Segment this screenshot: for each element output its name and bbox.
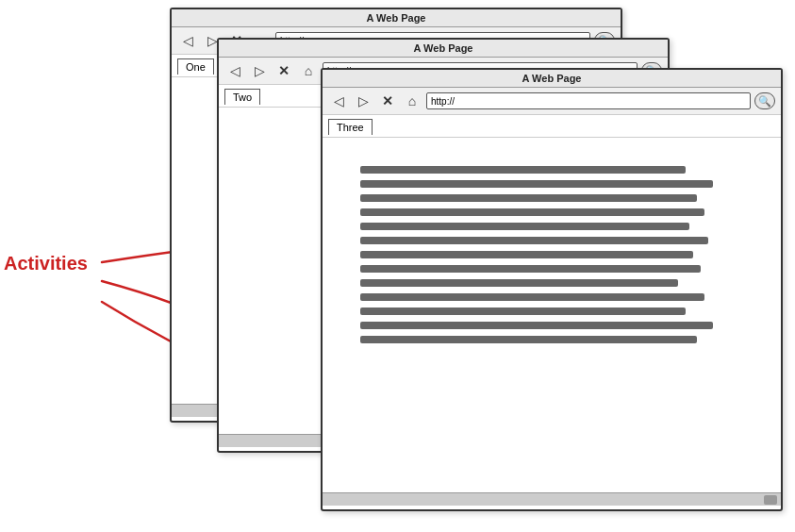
- home-btn-3[interactable]: ⌂: [402, 91, 422, 110]
- text-line: [360, 223, 689, 230]
- text-line: [360, 293, 704, 301]
- titlebar-1: A Web Page: [172, 9, 621, 27]
- tab-one[interactable]: One: [177, 58, 214, 75]
- titlebar-3: A Web Page: [323, 70, 781, 88]
- text-content-3: [323, 138, 781, 369]
- text-line: [360, 166, 686, 174]
- text-line: [360, 208, 704, 216]
- text-line: [360, 251, 693, 258]
- forward-btn-2[interactable]: ▷: [249, 61, 270, 80]
- text-line: [360, 336, 697, 343]
- scene: A Web Page ◁ ▷ ✕ ⌂ 🔍 One A Web Page ◁ ▷ …: [0, 0, 795, 532]
- content-3: [323, 138, 781, 506]
- tab-three[interactable]: Three: [328, 119, 373, 135]
- home-btn-2[interactable]: ⌂: [298, 61, 319, 80]
- text-line: [360, 265, 701, 273]
- activities-label: Activities: [4, 253, 88, 274]
- back-btn-3[interactable]: ◁: [328, 91, 349, 110]
- back-btn-1[interactable]: ◁: [177, 31, 198, 50]
- toolbar-3: ◁ ▷ ✕ ⌂ 🔍: [323, 88, 781, 115]
- text-line: [360, 322, 713, 329]
- tab-area-3: Three: [323, 115, 781, 138]
- forward-btn-3[interactable]: ▷: [353, 91, 373, 110]
- scrollbar-3: [323, 492, 781, 506]
- close-btn-2[interactable]: ✕: [273, 61, 294, 80]
- close-btn-3[interactable]: ✕: [377, 91, 398, 110]
- text-line: [360, 180, 713, 188]
- text-line: [360, 194, 697, 202]
- tab-two[interactable]: Two: [224, 89, 260, 105]
- titlebar-2: A Web Page: [219, 40, 668, 58]
- text-line: [360, 308, 686, 315]
- text-line: [360, 279, 678, 287]
- text-line: [360, 237, 708, 244]
- scrollbar-handle-3: [764, 495, 777, 505]
- back-btn-2[interactable]: ◁: [224, 61, 245, 80]
- search-btn-3[interactable]: 🔍: [754, 92, 775, 109]
- browser-window-3: A Web Page ◁ ▷ ✕ ⌂ 🔍 Three: [321, 68, 783, 511]
- url-input-3[interactable]: [426, 92, 751, 109]
